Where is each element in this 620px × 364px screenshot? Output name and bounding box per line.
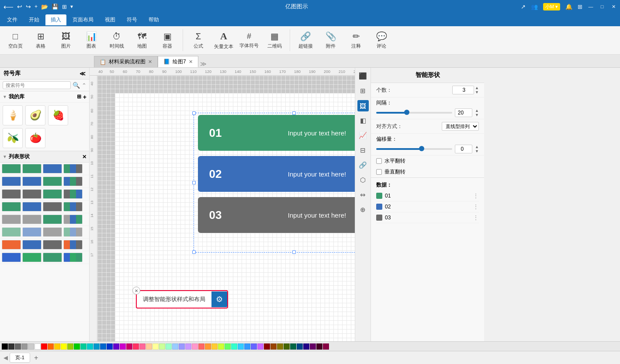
shape-thumb-8-3[interactable] (43, 253, 62, 262)
toolbar-chart[interactable]: 📊 图表 (80, 28, 103, 52)
offset-thumb[interactable] (419, 146, 424, 151)
data-menu-03[interactable]: ⋮ (473, 214, 479, 221)
color-violet[interactable] (185, 343, 191, 350)
tab-2-close[interactable]: ✕ (189, 59, 193, 65)
color-light-yellow[interactable] (152, 343, 159, 350)
color-blue-cyan[interactable] (94, 343, 100, 350)
shape-thumb-2-2[interactable] (22, 177, 42, 186)
color-orchid[interactable] (257, 343, 263, 350)
open-file-btn[interactable]: 📂 (41, 3, 48, 10)
color-cyan[interactable] (87, 343, 93, 350)
vflip-checkbox[interactable] (376, 169, 382, 175)
win-close[interactable]: ✕ (610, 3, 617, 10)
count-down[interactable]: ▼ (475, 90, 479, 94)
grid-icon[interactable]: ⊞ (578, 3, 582, 10)
shape-thumb-8-2[interactable] (22, 253, 42, 262)
shape-thumb-5-1[interactable] (2, 215, 21, 224)
toolbar-formula[interactable]: Σ 公式 (187, 28, 210, 52)
color-navy[interactable] (297, 343, 303, 350)
panel-icon-star[interactable]: ⊕ (357, 204, 369, 215)
color-maroon[interactable] (316, 343, 322, 350)
align-select[interactable]: 直线型排列 (442, 122, 479, 131)
win-minimize[interactable]: — (588, 3, 594, 10)
spacing-up[interactable]: ▲ (475, 108, 479, 113)
toolbar-qrcode[interactable]: ▦ 二维码 (263, 28, 286, 52)
tab-expand-icon[interactable]: ≫ (200, 60, 207, 67)
share-icon[interactable]: ↗ (521, 3, 526, 10)
shape-item-03[interactable]: 03 Input your text here! (198, 197, 355, 233)
shape-thumb-6-4[interactable] (63, 227, 83, 237)
color-cornflower[interactable] (238, 343, 244, 350)
color-light-green[interactable] (159, 343, 165, 350)
color-rose[interactable] (192, 343, 198, 350)
color-light-pink[interactable] (139, 343, 145, 350)
sidebar-search-input[interactable] (3, 81, 71, 89)
shape-thumb-3-3[interactable] (43, 189, 62, 199)
undo-btn[interactable]: ↩ (17, 3, 22, 10)
toolbar-table[interactable]: ⊞ 表格 (29, 28, 52, 52)
toolbar-attach[interactable]: 📎 附件 (319, 28, 343, 52)
offset-down[interactable]: ▼ (475, 149, 479, 153)
color-dark-violet[interactable] (310, 343, 316, 350)
color-blue[interactable] (100, 343, 106, 350)
menu-insert[interactable]: 插入 (45, 14, 66, 25)
save-btn[interactable]: 💾 (52, 3, 59, 10)
my-item-4[interactable]: 🍅 (25, 128, 45, 148)
toolbar-blank[interactable]: □ 空白页 (3, 28, 27, 52)
shape-thumb-6-2[interactable] (22, 227, 42, 237)
shape-thumb-2-4[interactable] (63, 177, 83, 186)
my-item-0[interactable]: 🍦 (3, 105, 23, 125)
shape-group[interactable]: 01 Input your text here! 02 Input your t… (198, 115, 355, 250)
hflip-checkbox[interactable] (376, 158, 382, 164)
handle-bl[interactable] (192, 250, 196, 254)
page-add-btn[interactable]: + (32, 354, 41, 362)
panel-icon-chart[interactable]: 📈 (357, 130, 369, 141)
color-red[interactable] (41, 343, 47, 350)
shape-thumb-5-2[interactable] (22, 215, 42, 224)
shape-thumb-4-1[interactable] (2, 202, 21, 211)
shape-thumb-5-3[interactable] (43, 215, 62, 224)
shape-thumb-8-4[interactable] (63, 253, 83, 262)
win-maximize[interactable]: □ (599, 3, 605, 10)
shape-thumb-2-3[interactable] (43, 177, 62, 186)
color-bright-green[interactable] (225, 343, 231, 350)
toolbar-note[interactable]: ✏ 注释 (344, 28, 368, 52)
canvas-area[interactable]: 40 50 60 70 80 90 100 110 120 130 140 15… (90, 68, 355, 341)
color-dark-blue[interactable] (107, 343, 113, 350)
shape-thumb-7-1[interactable] (2, 240, 21, 250)
offset-input[interactable] (455, 145, 472, 153)
shape-thumb-4-2[interactable] (22, 202, 42, 211)
menu-layout[interactable]: 页面布局 (67, 14, 99, 25)
offset-spinner[interactable]: ▲ ▼ (475, 145, 479, 153)
spacing-thumb[interactable] (404, 110, 409, 115)
bell-icon[interactable]: 🔔 (565, 3, 572, 10)
color-mint[interactable] (166, 343, 172, 350)
redo-btn[interactable]: ↪ (26, 3, 31, 10)
menu-help[interactable]: 帮助 (143, 14, 164, 25)
color-yellow-orange[interactable] (54, 343, 60, 350)
menu-view[interactable]: 视图 (100, 14, 121, 25)
data-menu-02[interactable]: ⋮ (473, 203, 479, 210)
shape-thumb-7-4[interactable] (63, 240, 83, 250)
shape-thumb-2-1[interactable] (2, 177, 21, 186)
color-teal[interactable] (80, 343, 87, 350)
count-input[interactable] (452, 86, 474, 94)
data-menu-01[interactable]: ⋮ (473, 192, 479, 199)
tab-1[interactable]: 📋 材料采购流程图 ✕ (94, 56, 158, 67)
offset-up[interactable]: ▲ (475, 145, 479, 149)
color-amber[interactable] (205, 343, 211, 350)
spacing-spinner[interactable]: ▲ ▼ (475, 108, 479, 117)
color-magenta[interactable] (120, 343, 126, 350)
spacing-track[interactable] (376, 112, 452, 114)
color-gold[interactable] (211, 343, 218, 350)
color-white[interactable] (35, 343, 41, 350)
sidebar-collapse-icon[interactable]: ≪ (80, 70, 86, 77)
page-nav-left[interactable]: ◀ (3, 354, 8, 361)
toolbar-comment[interactable]: 💬 评论 (370, 28, 393, 52)
color-purple[interactable] (113, 343, 119, 350)
color-green[interactable] (74, 343, 80, 350)
shape-item-01[interactable]: 01 Input your text here! (198, 115, 355, 151)
handle-tl[interactable] (192, 111, 196, 115)
tab-1-close[interactable]: ✕ (148, 59, 152, 65)
shape-item-02[interactable]: 02 Input your text here! (198, 156, 355, 192)
